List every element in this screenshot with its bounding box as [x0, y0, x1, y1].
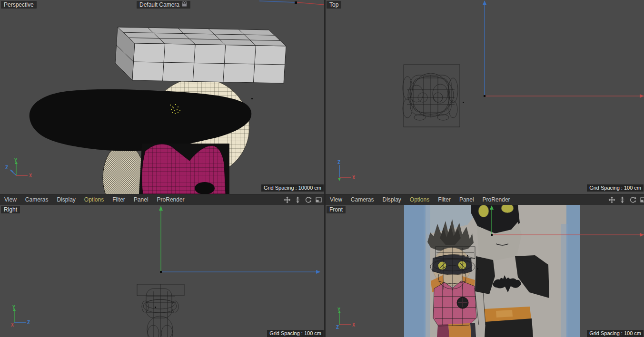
camera-label-text: Default Camera: [139, 1, 179, 9]
svg-text:X: X: [29, 173, 32, 178]
grid-spacing-label: Grid Spacing : 100 cm: [267, 330, 324, 337]
viewport-menubar-right: View Cameras Display Options Filter Pane…: [326, 194, 644, 205]
rotate-icon[interactable]: [629, 196, 636, 203]
axis-gizmo-top: Z X: [327, 160, 357, 183]
menu-item-filter[interactable]: Filter: [112, 196, 125, 203]
svg-text:Z: Z: [336, 325, 339, 330]
viewport-nav-icons: [284, 196, 324, 203]
axis-gizmo-front: Y X Z: [327, 308, 357, 330]
viewport-menubar-left: View Cameras Display Options Filter Pane…: [0, 194, 324, 205]
menu-item-prorender[interactable]: ProRender: [483, 196, 510, 203]
viewport-title-top: Top: [327, 1, 341, 9]
menu-item-view[interactable]: View: [330, 196, 342, 203]
svg-text:Y: Y: [14, 158, 17, 163]
menu-item-filter[interactable]: Filter: [438, 196, 451, 203]
menu-item-options[interactable]: Options: [410, 196, 429, 203]
menu-item-display[interactable]: Display: [382, 196, 401, 203]
viewport-nav-icons: [608, 196, 644, 203]
camera-label[interactable]: Default Camera: [137, 1, 190, 9]
right-canvas[interactable]: [0, 205, 324, 337]
viewport-title-perspective: Perspective: [1, 1, 37, 9]
viewport-front: Front Grid Spacing : 100 cm Y X Z: [326, 205, 644, 337]
dolly-icon[interactable]: [619, 196, 626, 203]
cinema4d-four-view-layout: Perspective Default Camera Grid Spacing …: [0, 0, 644, 337]
svg-text:X: X: [352, 175, 355, 180]
maximize-icon[interactable]: [315, 196, 322, 203]
grid-spacing-label: Grid Spacing : 100 cm: [587, 184, 644, 192]
perspective-canvas[interactable]: [0, 0, 324, 194]
svg-text:Z: Z: [27, 320, 30, 325]
viewport-top: Top Grid Spacing : 100 cm Z X: [326, 0, 644, 194]
menu-item-display[interactable]: Display: [57, 196, 75, 203]
viewport-menubar-row: View Cameras Display Options Filter Pane…: [0, 194, 644, 205]
front-canvas[interactable]: [326, 205, 644, 337]
y-axis-arrow: [338, 178, 341, 181]
svg-text:Z: Z: [5, 165, 8, 170]
viewport-title-front: Front: [327, 206, 346, 213]
menu-item-panel[interactable]: Panel: [134, 196, 149, 203]
viewport-title-right: Right: [1, 206, 20, 213]
rotate-icon[interactable]: [305, 196, 312, 203]
pan-icon[interactable]: [608, 196, 615, 203]
pan-icon[interactable]: [284, 196, 291, 203]
menu-item-view[interactable]: View: [4, 196, 17, 203]
maximize-icon[interactable]: [640, 196, 644, 203]
svg-text:Z: Z: [337, 160, 340, 165]
axis-gizmo-right: Y Z X: [2, 305, 32, 328]
viewport-perspective: Perspective Default Camera Grid Spacing …: [0, 0, 324, 194]
dolly-icon[interactable]: [294, 196, 301, 203]
menu-item-prorender[interactable]: ProRender: [157, 196, 185, 203]
grid-spacing-label: Grid Spacing : 100 cm: [587, 330, 644, 337]
axis-gizmo-perspective: Y X Z: [4, 158, 34, 181]
svg-text:Y: Y: [337, 308, 340, 312]
svg-text:X: X: [352, 322, 355, 327]
camera-icon: [181, 1, 188, 9]
top-canvas[interactable]: [326, 0, 644, 194]
menu-item-cameras[interactable]: Cameras: [25, 196, 49, 203]
menu-item-options[interactable]: Options: [84, 196, 104, 203]
viewport-right: Right Grid Spacing : 100 cm Y Z X: [0, 205, 324, 337]
menu-item-panel[interactable]: Panel: [459, 196, 474, 203]
svg-text:Y: Y: [12, 305, 15, 310]
svg-text:X: X: [11, 322, 14, 327]
menu-item-cameras[interactable]: Cameras: [351, 196, 374, 203]
grid-spacing-label: Grid Spacing : 10000 cm: [261, 184, 324, 192]
